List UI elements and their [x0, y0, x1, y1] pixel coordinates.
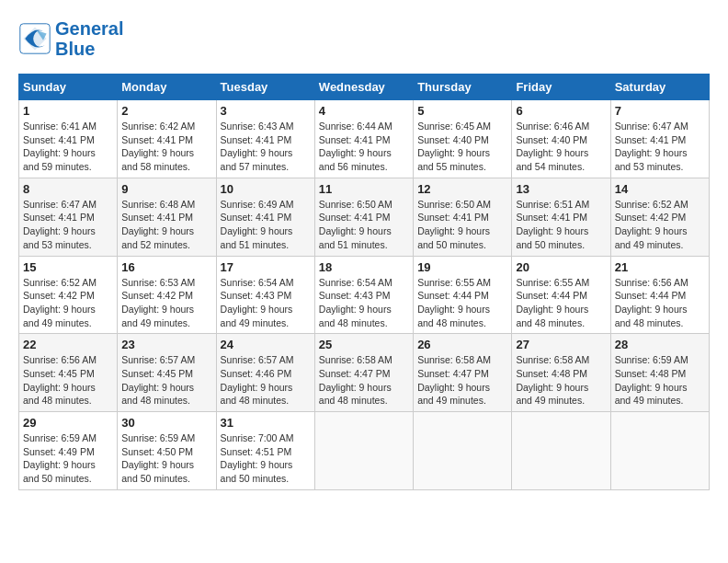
calendar-cell: 12 Sunrise: 6:50 AM Sunset: 4:41 PM Dayl… [414, 178, 512, 256]
day-info: Sunrise: 6:55 AM Sunset: 4:44 PM Dayligh… [516, 276, 606, 330]
calendar-cell: 25 Sunrise: 6:58 AM Sunset: 4:47 PM Dayl… [314, 334, 413, 412]
day-info: Sunrise: 6:52 AM Sunset: 4:42 PM Dayligh… [23, 276, 113, 330]
calendar-cell: 13 Sunrise: 6:51 AM Sunset: 4:41 PM Dayl… [512, 178, 610, 256]
calendar-cell: 28 Sunrise: 6:59 AM Sunset: 4:48 PM Dayl… [610, 334, 709, 412]
calendar-cell: 21 Sunrise: 6:56 AM Sunset: 4:44 PM Dayl… [610, 256, 709, 334]
day-number: 6 [516, 104, 606, 118]
calendar-cell: 5 Sunrise: 6:45 AM Sunset: 4:40 PM Dayli… [414, 100, 512, 178]
day-info: Sunrise: 6:59 AM Sunset: 4:50 PM Dayligh… [121, 431, 211, 486]
day-number: 22 [23, 338, 113, 351]
day-number: 11 [319, 182, 409, 196]
day-info: Sunrise: 6:54 AM Sunset: 4:43 PM Dayligh… [221, 276, 311, 330]
calendar-cell: 17 Sunrise: 6:54 AM Sunset: 4:43 PM Dayl… [216, 256, 314, 334]
day-number: 13 [516, 182, 606, 196]
weekday-header-friday: Friday [512, 75, 610, 100]
calendar-cell: 18 Sunrise: 6:54 AM Sunset: 4:43 PM Dayl… [314, 256, 413, 334]
calendar-week-row: 22 Sunrise: 6:56 AM Sunset: 4:45 PM Dayl… [19, 334, 710, 412]
calendar-cell: 1 Sunrise: 6:41 AM Sunset: 4:41 PM Dayli… [19, 100, 118, 178]
calendar-cell: 4 Sunrise: 6:44 AM Sunset: 4:41 PM Dayli… [314, 100, 413, 178]
day-number: 10 [221, 182, 311, 196]
weekday-header-wednesday: Wednesday [314, 75, 413, 100]
calendar-cell: 2 Sunrise: 6:42 AM Sunset: 4:41 PM Dayli… [118, 100, 216, 178]
day-info: Sunrise: 6:57 AM Sunset: 4:45 PM Dayligh… [121, 353, 211, 408]
calendar-cell: 29 Sunrise: 6:59 AM Sunset: 4:49 PM Dayl… [19, 412, 118, 490]
calendar-week-row: 1 Sunrise: 6:41 AM Sunset: 4:41 PM Dayli… [19, 100, 710, 178]
day-info: Sunrise: 7:00 AM Sunset: 4:51 PM Dayligh… [221, 431, 311, 486]
day-info: Sunrise: 6:51 AM Sunset: 4:41 PM Dayligh… [516, 198, 606, 252]
weekday-header-monday: Monday [118, 75, 216, 100]
calendar-cell: 15 Sunrise: 6:52 AM Sunset: 4:42 PM Dayl… [19, 256, 118, 334]
day-number: 1 [23, 104, 113, 118]
day-number: 12 [417, 182, 507, 196]
calendar-cell: 31 Sunrise: 7:00 AM Sunset: 4:51 PM Dayl… [216, 412, 314, 490]
calendar-week-row: 15 Sunrise: 6:52 AM Sunset: 4:42 PM Dayl… [19, 256, 710, 334]
day-number: 23 [121, 338, 211, 351]
day-info: Sunrise: 6:50 AM Sunset: 4:41 PM Dayligh… [417, 198, 507, 252]
day-number: 14 [615, 182, 705, 196]
weekday-header-saturday: Saturday [610, 75, 709, 100]
day-number: 17 [221, 260, 311, 274]
day-info: Sunrise: 6:50 AM Sunset: 4:41 PM Dayligh… [319, 198, 409, 252]
calendar-cell: 14 Sunrise: 6:52 AM Sunset: 4:42 PM Dayl… [610, 178, 709, 256]
day-info: Sunrise: 6:44 AM Sunset: 4:41 PM Dayligh… [319, 120, 409, 174]
day-number: 30 [121, 416, 211, 430]
calendar-cell [314, 412, 413, 490]
weekday-header-thursday: Thursday [414, 75, 512, 100]
calendar-cell: 6 Sunrise: 6:46 AM Sunset: 4:40 PM Dayli… [512, 100, 610, 178]
day-number: 7 [615, 104, 705, 118]
calendar-cell: 16 Sunrise: 6:53 AM Sunset: 4:42 PM Dayl… [118, 256, 216, 334]
day-info: Sunrise: 6:43 AM Sunset: 4:41 PM Dayligh… [221, 120, 311, 174]
day-number: 31 [221, 416, 311, 430]
calendar-cell: 19 Sunrise: 6:55 AM Sunset: 4:44 PM Dayl… [414, 256, 512, 334]
calendar-cell [610, 412, 709, 490]
day-info: Sunrise: 6:47 AM Sunset: 4:41 PM Dayligh… [23, 198, 113, 252]
day-number: 15 [23, 260, 113, 274]
calendar-cell [414, 412, 512, 490]
day-number: 25 [319, 338, 409, 351]
day-info: Sunrise: 6:48 AM Sunset: 4:41 PM Dayligh… [121, 198, 211, 252]
day-info: Sunrise: 6:58 AM Sunset: 4:48 PM Dayligh… [516, 353, 606, 408]
day-number: 29 [23, 416, 113, 430]
calendar-cell [512, 412, 610, 490]
day-number: 5 [417, 104, 507, 118]
calendar-cell: 20 Sunrise: 6:55 AM Sunset: 4:44 PM Dayl… [512, 256, 610, 334]
calendar-cell: 9 Sunrise: 6:48 AM Sunset: 4:41 PM Dayli… [118, 178, 216, 256]
calendar-week-row: 29 Sunrise: 6:59 AM Sunset: 4:49 PM Dayl… [19, 412, 710, 490]
day-info: Sunrise: 6:53 AM Sunset: 4:42 PM Dayligh… [121, 276, 211, 330]
day-info: Sunrise: 6:45 AM Sunset: 4:40 PM Dayligh… [417, 120, 507, 174]
calendar-cell: 22 Sunrise: 6:56 AM Sunset: 4:45 PM Dayl… [19, 334, 118, 412]
day-info: Sunrise: 6:56 AM Sunset: 4:44 PM Dayligh… [615, 276, 705, 330]
day-number: 16 [121, 260, 211, 274]
day-info: Sunrise: 6:58 AM Sunset: 4:47 PM Dayligh… [417, 353, 507, 408]
day-info: Sunrise: 6:59 AM Sunset: 4:49 PM Dayligh… [23, 431, 113, 486]
calendar-cell: 11 Sunrise: 6:50 AM Sunset: 4:41 PM Dayl… [314, 178, 413, 256]
calendar-cell: 7 Sunrise: 6:47 AM Sunset: 4:41 PM Dayli… [610, 100, 709, 178]
day-info: Sunrise: 6:49 AM Sunset: 4:41 PM Dayligh… [221, 198, 311, 252]
weekday-header-tuesday: Tuesday [216, 75, 314, 100]
logo: General Blue [18, 18, 123, 59]
calendar-cell: 3 Sunrise: 6:43 AM Sunset: 4:41 PM Dayli… [216, 100, 314, 178]
day-number: 26 [417, 338, 507, 351]
day-number: 19 [417, 260, 507, 274]
day-info: Sunrise: 6:55 AM Sunset: 4:44 PM Dayligh… [417, 276, 507, 330]
calendar-week-row: 8 Sunrise: 6:47 AM Sunset: 4:41 PM Dayli… [19, 178, 710, 256]
day-info: Sunrise: 6:57 AM Sunset: 4:46 PM Dayligh… [221, 353, 311, 408]
day-info: Sunrise: 6:47 AM Sunset: 4:41 PM Dayligh… [615, 120, 705, 174]
day-info: Sunrise: 6:52 AM Sunset: 4:42 PM Dayligh… [615, 198, 705, 252]
logo-icon [18, 22, 51, 55]
day-number: 21 [615, 260, 705, 274]
calendar-cell: 26 Sunrise: 6:58 AM Sunset: 4:47 PM Dayl… [414, 334, 512, 412]
day-number: 20 [516, 260, 606, 274]
calendar-cell: 8 Sunrise: 6:47 AM Sunset: 4:41 PM Dayli… [19, 178, 118, 256]
day-info: Sunrise: 6:54 AM Sunset: 4:43 PM Dayligh… [319, 276, 409, 330]
day-number: 18 [319, 260, 409, 274]
day-info: Sunrise: 6:59 AM Sunset: 4:48 PM Dayligh… [615, 353, 705, 408]
calendar-cell: 10 Sunrise: 6:49 AM Sunset: 4:41 PM Dayl… [216, 178, 314, 256]
calendar-cell: 23 Sunrise: 6:57 AM Sunset: 4:45 PM Dayl… [118, 334, 216, 412]
day-number: 4 [319, 104, 409, 118]
calendar-cell: 30 Sunrise: 6:59 AM Sunset: 4:50 PM Dayl… [118, 412, 216, 490]
day-number: 28 [615, 338, 705, 351]
day-number: 27 [516, 338, 606, 351]
day-number: 24 [221, 338, 311, 351]
day-number: 9 [121, 182, 211, 196]
